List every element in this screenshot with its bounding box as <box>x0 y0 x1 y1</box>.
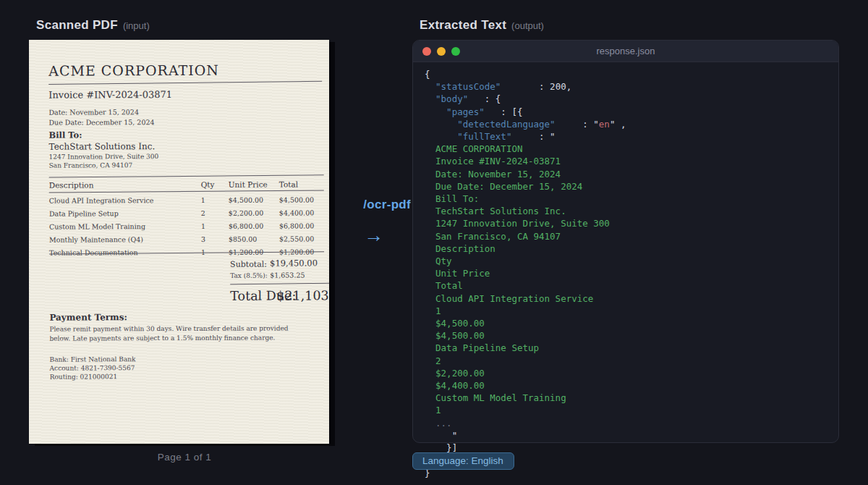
table-cell: Data Pipeline Setup <box>49 206 201 220</box>
subtotal-value: $19,450.00 <box>270 258 318 268</box>
response-json-window: response.json { "statusCode" : 200, "bod… <box>412 40 839 443</box>
bill-to-address-line2: San Francisco, CA 94107 <box>49 161 133 169</box>
invoice-number: Invoice #INV-2024-03871 <box>48 89 172 101</box>
divider <box>230 283 329 285</box>
code-line: $2,200.00 <box>425 367 626 379</box>
table-cell: $2,550.00 <box>279 232 326 245</box>
code-line: Date: November 15, 2024 <box>425 168 626 180</box>
code-line: 1 <box>425 404 626 416</box>
code-line: Unit Price <box>425 267 626 279</box>
code-line: $4,500.00 <box>425 329 626 342</box>
language-badge: Language: English <box>412 452 514 470</box>
table-cell: $6,800.00 <box>229 219 279 232</box>
code-line: "fullText" : " <box>425 130 626 143</box>
divider <box>49 174 324 177</box>
page-indicator: Page 1 of 1 <box>29 452 340 463</box>
code-line: $4,400.00 <box>425 379 626 392</box>
code-line: Description <box>425 242 626 255</box>
code-line: Cloud API Integration Service <box>425 292 626 305</box>
subtotal-label: Subtotal: <box>230 260 267 269</box>
table-cell: $850.00 <box>229 232 279 245</box>
table-cell: 1 <box>201 193 229 206</box>
invoice-date: Date: November 15, 2024 <box>48 108 139 116</box>
payment-terms-body: Please remit payment within 30 days. Wir… <box>49 324 292 343</box>
code-line: ACME CORPORATION <box>425 143 626 155</box>
code-line: San Francisco, CA 94107 <box>425 230 626 242</box>
bill-to-name: TechStart Solutions Inc. <box>49 141 156 152</box>
payment-terms-label: Payment Terms: <box>49 312 127 322</box>
invoice-due-date: Due Date: December 15, 2024 <box>48 118 154 127</box>
invoice-document: ACME CORPORATION Invoice #INV-2024-03871… <box>29 40 329 444</box>
bank-account: Account: 4821-7390-5567 <box>50 364 135 371</box>
window-title: response.json <box>413 46 838 56</box>
code-line: 2 <box>425 355 626 367</box>
code-line: Bill To: <box>425 193 626 205</box>
bill-to-address-line1: 1247 Innovation Drive, Suite 300 <box>49 153 159 161</box>
code-line: Qty <box>425 255 626 267</box>
code-line: "statusCode" : 200, <box>425 80 626 93</box>
code-line: $4,500.00 <box>425 317 626 329</box>
table-row: Custom ML Model Training1$6,800.00$6,800… <box>49 219 326 232</box>
table-cell: 2 <box>201 206 229 219</box>
code-line: "body" : { <box>425 93 626 105</box>
code-line: TechStart Solutions Inc. <box>425 205 626 217</box>
code-line: Data Pipeline Setup <box>425 342 626 354</box>
invoice-company-name: ACME CORPORATION <box>48 62 219 79</box>
code-line: " <box>425 429 626 442</box>
table-cell: $2,200.00 <box>229 206 279 219</box>
left-panel-title: Scanned PDF <box>36 18 118 32</box>
table-row: Data Pipeline Setup2$2,200.00$4,400.00 <box>49 206 326 219</box>
code-line: ... <box>425 417 626 429</box>
code-content: { "statusCode" : 200, "body" : { "pages"… <box>425 68 626 479</box>
scanned-pdf-page: ACME CORPORATION Invoice #INV-2024-03871… <box>29 40 329 444</box>
code-line: "pages" : [{ <box>425 106 626 118</box>
table-cell: Monthly Maintenance (Q4) <box>49 232 201 246</box>
code-line: 1247 Innovation Drive, Suite 300 <box>425 217 626 229</box>
code-line: Invoice #INV-2024-03871 <box>425 155 626 167</box>
code-line: Due Date: December 15, 2024 <box>425 180 626 193</box>
table-cell: $6,800.00 <box>279 219 326 232</box>
bill-to-label: Bill To: <box>48 130 82 140</box>
bank-routing: Routing: 021000021 <box>50 373 118 380</box>
tax-label: Tax (8.5%): <box>230 272 268 279</box>
window-titlebar: response.json <box>413 41 838 62</box>
code-line: Total <box>425 279 626 292</box>
table-cell: Custom ML Model Training <box>49 219 201 233</box>
code-line: Custom ML Model Training <box>425 392 626 404</box>
total-due-value: $21,103.25 <box>276 288 329 303</box>
code-line: { <box>425 68 626 80</box>
divider <box>48 81 322 85</box>
table-cell: $4,500.00 <box>279 193 326 206</box>
table-cell: $4,400.00 <box>279 206 326 219</box>
table-cell: $4,500.00 <box>229 193 279 206</box>
bank-name: Bank: First National Bank <box>50 355 136 363</box>
ocr-endpoint-label: /ocr-pdf <box>335 198 411 212</box>
code-line: 1 <box>425 305 626 317</box>
right-panel-heading: Extracted Text(output) <box>420 18 544 33</box>
table-cell: 1 <box>201 219 229 232</box>
left-panel-subtitle: (input) <box>123 20 150 31</box>
right-arrow-icon: → <box>364 224 383 247</box>
table-cell: 3 <box>201 232 229 245</box>
invoice-table-body: Cloud API Integration Service1$4,500.00$… <box>49 193 326 258</box>
left-panel-heading: Scanned PDF(input) <box>36 18 150 33</box>
right-panel-subtitle: (output) <box>511 20 544 31</box>
table-row: Monthly Maintenance (Q4)3$850.00$2,550.0… <box>49 232 326 245</box>
table-cell: Cloud API Integration Service <box>49 193 201 207</box>
code-line: "detectedLanguage" : "en" , <box>425 118 626 130</box>
table-row: Cloud API Integration Service1$4,500.00$… <box>49 193 326 206</box>
tax-value: $1,653.25 <box>270 271 305 279</box>
right-panel-title: Extracted Text <box>420 18 506 32</box>
